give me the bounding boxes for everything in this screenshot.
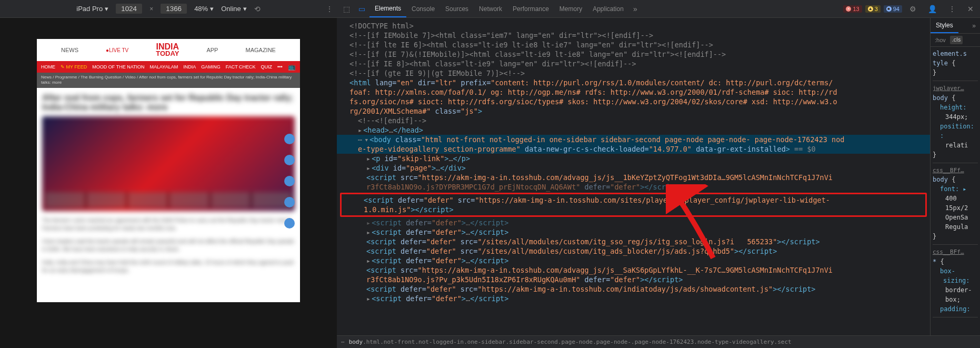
hov-toggle[interactable]: :hov xyxy=(933,36,948,44)
em-icon[interactable] xyxy=(284,218,295,228)
script-element[interactable]: <script src="https://akm-img-a-in.tosshu… xyxy=(337,173,930,182)
width-input[interactable] xyxy=(116,4,142,14)
device-toolbar: iPad Pro ▾ × 48% ▾ Online ▾ ⟲ ⋮ xyxy=(0,0,337,18)
cat-malayalam[interactable]: MALAYALAM xyxy=(150,64,178,69)
category-bar: HOME ✎ MY FEED MOOD OF THE NATION MALAYA… xyxy=(37,61,300,73)
tab-styles[interactable]: Styles xyxy=(931,18,958,33)
script-element[interactable]: <script defer="defer" src="/sites/all/mo… xyxy=(337,246,930,256)
styles-panel: Styles » :hov .cls element.s tyle { } jw… xyxy=(930,18,980,335)
devtools-tabs: ⬚ ▭ Elements Console Sources Network Per… xyxy=(337,0,980,18)
script-element[interactable]: ▸<script defer="defer">…</script> xyxy=(337,227,930,237)
more-tabs-icon[interactable]: » xyxy=(629,5,642,13)
script-element[interactable]: ▸<script defer="defer">…</script> xyxy=(337,294,930,303)
nav-app[interactable]: APP xyxy=(206,47,218,53)
more-tabs-icon[interactable]: » xyxy=(968,22,980,29)
zoom-select[interactable]: 48% ▾ xyxy=(194,5,214,13)
dimension-separator: × xyxy=(149,5,153,13)
tab-network[interactable]: Network xyxy=(474,1,507,17)
styles-content[interactable]: element.s tyle { } jwplayer… body { heig… xyxy=(931,47,980,335)
nav-livetv[interactable]: ●LIVE TV xyxy=(106,47,128,53)
cat-home[interactable]: HOME xyxy=(41,64,55,69)
cat-myfeed[interactable]: ✎ MY FEED xyxy=(61,64,87,69)
device-select[interactable]: iPad Pro ▾ xyxy=(76,5,108,13)
chevron-down-icon: ▾ xyxy=(105,5,108,13)
highlighted-script[interactable]: <script defer="defer" src="https://akm-i… xyxy=(340,193,927,217)
cat-gaming[interactable]: GAMING xyxy=(201,64,221,69)
fb-icon[interactable] xyxy=(284,134,295,144)
device-toggle-icon[interactable]: ▭ xyxy=(354,5,369,13)
head-element[interactable]: ▸<head>…</head> xyxy=(337,125,930,135)
page-div-element[interactable]: ▸<div id="page">…</div> xyxy=(337,163,930,173)
script-element[interactable]: <script src="https://akm-img-a-in.tosshu… xyxy=(337,265,930,275)
chevron-down-icon: ▾ xyxy=(210,5,214,13)
html-element[interactable]: <html lang="en" dir="ltr" prefix="conten… xyxy=(337,78,930,87)
chevron-down-icon: ▾ xyxy=(243,5,247,13)
info-badge[interactable]: ■94 xyxy=(884,5,902,13)
script-element[interactable]: ▸<script defer="defer">…</script> xyxy=(337,256,930,265)
tab-sources[interactable]: Sources xyxy=(440,1,474,17)
header-icons: 📺 ⇆ 🔍 👤 xyxy=(288,63,300,71)
cls-toggle[interactable]: .cls xyxy=(950,36,963,44)
tab-console[interactable]: Console xyxy=(406,1,440,17)
cat-factcheck[interactable]: FACT CHECK xyxy=(226,64,256,69)
page-breadcrumb: News / Programme / The Burning Question … xyxy=(37,73,300,88)
dom-tree[interactable]: <!DOCTYPE html> <!--[if IEMobile 7]><htm… xyxy=(337,18,930,335)
kebab-menu-icon[interactable]: ⋮ xyxy=(326,5,333,13)
preview-viewport: NEWS ●LIVE TV INDIATODAY APP MAGAZINE HO… xyxy=(0,18,337,348)
article-content: After nod from cops, farmers set for Rep… xyxy=(37,88,300,285)
element-breadcrumb[interactable]: ⋯ body.html.not-front.not-logged-in.one-… xyxy=(337,335,980,348)
cat-quiz[interactable]: QUIZ xyxy=(261,64,273,69)
styles-filter: :hov .cls xyxy=(931,34,980,47)
cat-mood[interactable]: MOOD OF THE NATION xyxy=(92,64,144,69)
close-icon[interactable]: ✕ xyxy=(963,5,978,13)
script-element[interactable]: <script defer="defer" src="/sites/all/mo… xyxy=(337,237,930,246)
body-element[interactable]: ⋯▾<body class="html not-front not-logged… xyxy=(337,135,930,144)
gear-icon[interactable]: ⚙ xyxy=(905,5,921,13)
throttle-select[interactable]: Online ▾ xyxy=(221,5,247,13)
site-logo[interactable]: INDIATODAY xyxy=(156,43,179,57)
video-player[interactable] xyxy=(42,116,295,211)
rd-icon[interactable] xyxy=(284,197,295,207)
webpage-preview[interactable]: NEWS ●LIVE TV INDIATODAY APP MAGAZINE HO… xyxy=(37,39,300,302)
script-element[interactable]: ▸<script defer="defer">…</script> xyxy=(337,218,930,227)
tw-icon[interactable] xyxy=(284,155,295,165)
height-input[interactable] xyxy=(161,4,187,14)
kebab-icon[interactable]: ⋮ xyxy=(944,5,960,13)
warning-badge[interactable]: ▲3 xyxy=(865,5,881,13)
skip-link-element[interactable]: ▸<p id="skip-link">…</p> xyxy=(337,154,930,163)
wa-icon[interactable] xyxy=(284,176,295,186)
tab-elements[interactable]: Elements xyxy=(369,1,406,17)
tab-memory[interactable]: Memory xyxy=(554,1,587,17)
tab-application[interactable]: Application xyxy=(587,1,629,17)
rotate-icon[interactable]: ⟲ xyxy=(254,5,261,13)
inspect-icon[interactable]: ⬚ xyxy=(339,5,354,13)
social-icons xyxy=(284,134,295,228)
page-header: NEWS ●LIVE TV INDIATODAY APP MAGAZINE xyxy=(37,39,300,61)
nav-magazine[interactable]: MAGAZINE xyxy=(245,47,275,53)
script-element[interactable]: <script defer="defer" src="https://akm-i… xyxy=(337,284,930,294)
tab-performance[interactable]: Performance xyxy=(507,1,554,17)
nav-news[interactable]: NEWS xyxy=(61,47,78,53)
error-badge[interactable]: ×13 xyxy=(843,5,862,13)
device-preview-panel: iPad Pro ▾ × 48% ▾ Online ▾ ⟲ ⋮ NEWS ●LI… xyxy=(0,0,337,348)
tv-icon[interactable]: 📺 xyxy=(288,63,296,71)
user-icon[interactable]: 👤 xyxy=(924,5,941,13)
devtools-panel: ⬚ ▭ Elements Console Sources Network Per… xyxy=(337,0,980,348)
cat-india[interactable]: INDIA xyxy=(183,64,196,69)
